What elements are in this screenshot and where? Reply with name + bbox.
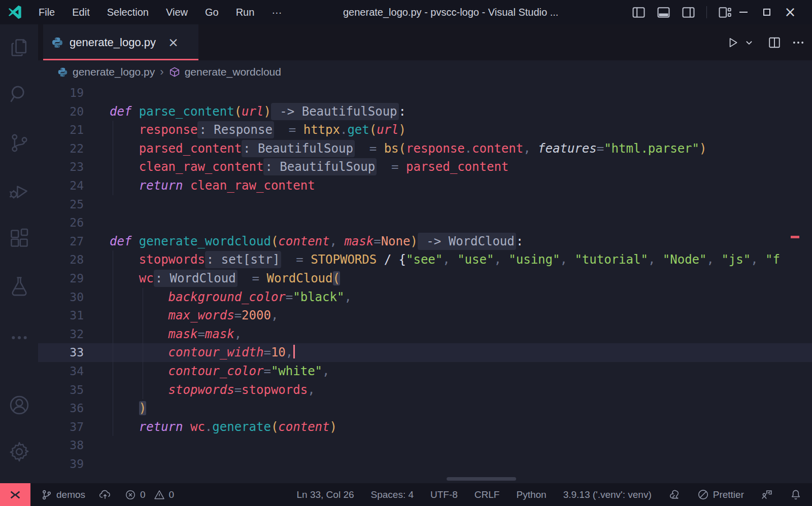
code-line-33[interactable]: 33 contour_width=10, [38,343,812,362]
line-number[interactable]: 32 [38,325,84,344]
language-mode[interactable]: Python [516,489,546,500]
breadcrumb-file[interactable]: generate_logo.py [57,66,155,78]
code-line-29[interactable]: 29 wc: WordCloud = WordCloud( [38,269,812,288]
code-line-37[interactable]: 37 return wc.generate(content) [38,418,812,437]
code-line-21[interactable]: 21 response: Response = httpx.get(url) [38,121,812,139]
line-number[interactable]: 28 [38,250,84,269]
remote-indicator[interactable] [0,483,30,506]
code-line-32[interactable]: 32 mask=mask, [38,325,812,344]
code-line-38[interactable]: 38 [38,436,812,455]
squirrel-extension-button[interactable] [668,489,681,501]
code-line-25[interactable]: 25 [38,195,812,214]
line-content [110,84,812,102]
tab-generate-logo[interactable]: generate_logo.py × [43,24,198,60]
code-line-19[interactable]: 19 [38,84,812,102]
more-actions-icon[interactable] [792,36,805,49]
account-icon[interactable] [8,393,31,417]
code-line-30[interactable]: 30 background_color="black", [38,288,812,307]
line-content: background_color="black", [110,288,812,307]
menu-item-selection[interactable]: Selection [98,0,157,24]
code-line-26[interactable]: 26 [38,213,812,232]
breadcrumb-symbol[interactable]: generate_wordcloud [169,66,281,78]
line-number[interactable]: 39 [38,455,84,474]
toggle-sidebar-icon[interactable] [632,6,646,19]
gutter-padding [84,436,110,455]
more-views-icon[interactable] [9,328,29,348]
gutter-padding [84,343,110,362]
code-line-27[interactable]: 27def generate_wordcloud(content, mask=N… [38,232,812,251]
extensions-icon[interactable] [8,227,30,249]
menu-item-run[interactable]: Run [227,0,263,24]
line-number[interactable]: 23 [38,158,84,176]
code-line-34[interactable]: 34 contour_color="white", [38,362,812,381]
line-number[interactable]: 24 [38,176,84,195]
run-debug-icon[interactable] [8,179,30,202]
line-number[interactable]: 22 [38,139,84,158]
line-number[interactable]: 25 [38,195,84,214]
line-number[interactable]: 20 [38,102,84,121]
sync-changes-button[interactable] [99,489,111,501]
menu-item-view[interactable]: View [157,0,196,24]
line-number[interactable]: 27 [38,232,84,251]
line-number[interactable]: 37 [38,418,84,437]
code-line-31[interactable]: 31 max_words=2000, [38,306,812,325]
code-editor[interactable]: 1920def parse_content(url) -> BeautifulS… [38,84,812,483]
code-line-24[interactable]: 24 return clean_raw_content [38,176,812,195]
line-content [110,213,812,232]
line-number[interactable]: 33 [38,343,84,362]
toggle-secondary-sidebar-icon[interactable] [682,6,695,19]
text-cursor [293,345,295,358]
menu-item-go[interactable]: Go [196,0,227,24]
line-number[interactable]: 26 [38,213,84,232]
line-number[interactable]: 31 [38,306,84,325]
git-branch-icon [41,489,52,500]
problems-indicator[interactable]: 0 0 [125,489,174,500]
code-line-28[interactable]: 28 stopwords: set[str] = STOPWORDS / {"s… [38,250,812,269]
testing-icon[interactable] [8,275,30,297]
settings-gear-icon[interactable] [8,440,31,463]
explorer-icon[interactable] [8,37,30,59]
indentation-setting[interactable]: Spaces: 4 [371,489,414,500]
line-number[interactable]: 29 [38,269,84,288]
line-number[interactable]: 19 [38,84,84,102]
tab-strip: generate_logo.py × [38,24,812,60]
cursor-position[interactable]: Ln 33, Col 26 [296,489,354,500]
menu-item-[interactable]: ··· [263,0,290,24]
menu-item-file[interactable]: File [30,0,63,24]
toggle-panel-icon[interactable] [657,6,670,19]
gutter-padding [84,102,110,121]
customize-layout-icon[interactable] [718,6,732,19]
line-number[interactable]: 35 [38,381,84,400]
python-interpreter[interactable]: 3.9.13 ('.venv': venv) [563,489,652,500]
encoding-setting[interactable]: UTF-8 [430,489,458,500]
feedback-button[interactable] [761,489,773,501]
search-icon[interactable] [8,83,30,105]
run-python-file-button[interactable] [726,36,739,49]
minimize-button[interactable] [732,0,755,24]
notifications-button[interactable] [790,489,802,501]
tab-close-icon[interactable]: × [168,36,179,49]
horizontal-scrollbar[interactable] [447,477,516,481]
line-content: max_words=2000, [110,306,812,325]
code-line-39[interactable]: 39 [38,455,812,474]
line-number[interactable]: 30 [38,288,84,307]
source-control-icon[interactable] [8,132,30,154]
split-editor-icon[interactable] [768,36,781,49]
branch-indicator[interactable]: demos [41,489,85,500]
run-dropdown-chevron-icon[interactable] [745,38,754,47]
eol-setting[interactable]: CRLF [475,489,500,500]
line-number[interactable]: 36 [38,399,84,418]
line-number[interactable]: 34 [38,362,84,381]
code-line-36[interactable]: 36 ) [38,399,812,418]
line-number[interactable]: 38 [38,436,84,455]
maximize-button[interactable] [755,0,779,24]
code-line-22[interactable]: 22 parsed_content: BeautifulSoup = bs(re… [38,139,812,158]
menu-item-edit[interactable]: Edit [63,0,98,24]
formatter-indicator[interactable]: Prettier [697,489,744,500]
code-line-23[interactable]: 23 clean_raw_content: BeautifulSoup = pa… [38,158,812,176]
code-line-35[interactable]: 35 stopwords=stopwords, [38,381,812,400]
line-number[interactable]: 21 [38,121,84,139]
close-button[interactable]: × [779,0,802,24]
gutter-padding [84,418,110,437]
code-line-20[interactable]: 20def parse_content(url) -> BeautifulSou… [38,102,812,121]
